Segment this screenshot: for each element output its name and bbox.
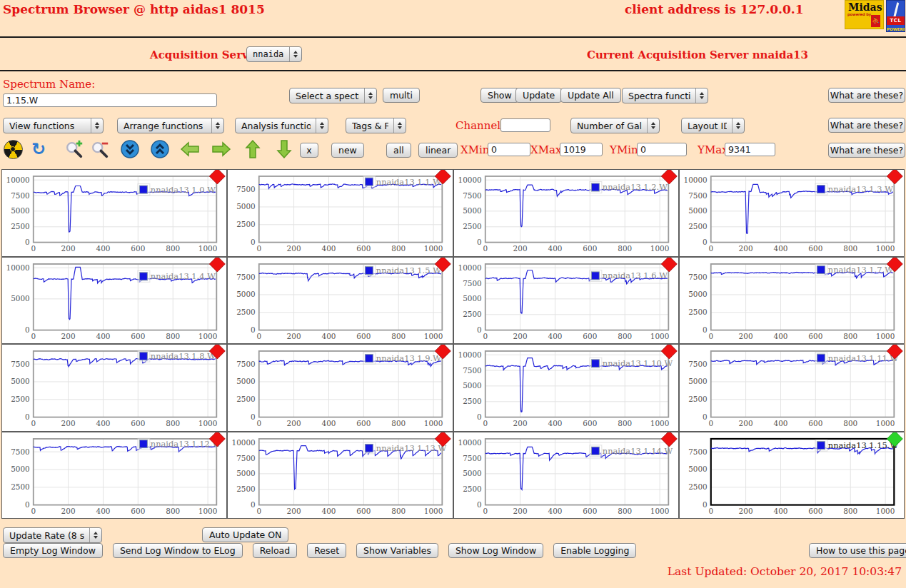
- log-button-show-variables[interactable]: Show Variables: [356, 543, 438, 558]
- multi-button[interactable]: multi: [383, 88, 420, 103]
- status-diamond[interactable]: [209, 258, 225, 272]
- refresh-icon[interactable]: ↻: [29, 139, 49, 159]
- what-are-these-button-1[interactable]: What are these?: [828, 88, 905, 103]
- select-a-spectrum-select[interactable]: Select a spectrum: [289, 88, 377, 103]
- radiation-icon[interactable]: [3, 139, 23, 159]
- xmax-input[interactable]: [560, 143, 603, 156]
- svg-text:400: 400: [773, 331, 787, 340]
- tags-fits-select[interactable]: Tags & Fits: [346, 118, 406, 133]
- x-button[interactable]: x: [300, 143, 318, 158]
- linear-button[interactable]: linear: [418, 143, 458, 158]
- arrange-functions-select[interactable]: Arrange functions: [117, 118, 224, 133]
- view-functions-select[interactable]: View functions: [3, 118, 104, 133]
- spectrum-cell-nnaida13-1.7.W[interactable]: 025005000750002004006008001000 nnaida13 …: [679, 257, 905, 345]
- spectrum-cell-nnaida13-1.3.W[interactable]: 02500500075001000002004006008001000 nnai…: [679, 169, 905, 257]
- svg-text:2500: 2500: [236, 308, 256, 316]
- legend-swatch: [591, 183, 599, 191]
- tags-fits-value: Tags & Fits: [352, 121, 388, 131]
- status-diamond[interactable]: [887, 170, 902, 184]
- all-button[interactable]: all: [386, 143, 411, 158]
- svg-text:2500: 2500: [688, 395, 708, 403]
- svg-text:0: 0: [31, 506, 36, 514]
- scroll-up-icon[interactable]: [150, 139, 170, 159]
- svg-text:600: 600: [357, 506, 371, 514]
- legend-swatch: [817, 441, 825, 449]
- status-diamond[interactable]: [661, 432, 677, 447]
- analysis-functions-select[interactable]: Analysis functions: [235, 118, 328, 133]
- log-button-enable-logging[interactable]: Enable Logging: [553, 543, 636, 558]
- status-diamond[interactable]: [661, 345, 677, 359]
- how-to-use-button[interactable]: How to use this page: [809, 543, 906, 558]
- spectrum-cell-nnaida13-1.9.W[interactable]: 025005000750002004006008001000 nnaida13 …: [227, 344, 453, 432]
- legend-swatch: [366, 355, 373, 363]
- spectra-functions-select[interactable]: Spectra functions: [622, 88, 708, 103]
- new-button[interactable]: new: [331, 143, 364, 158]
- spectrum-cell-nnaida13-1.10.W[interactable]: 02500500075001000002004006008001000 nnai…: [453, 344, 679, 432]
- spectrum-plot: 025005000750002004006008001000 nnaida13 …: [680, 258, 904, 344]
- spectrum-cell-nnaida13-1.2.W[interactable]: 02500500075001000002004006008001000 nnai…: [453, 169, 679, 257]
- svg-text:0: 0: [483, 506, 488, 514]
- layout-id-select[interactable]: Layout ID=7: [681, 118, 745, 133]
- spectrum-cell-nnaida13-1.6.W[interactable]: 02500500075001000002004006008001000 nnai…: [453, 257, 679, 345]
- select-spinner-icon: [91, 118, 103, 133]
- auto-update-button[interactable]: Auto Update ON: [202, 527, 288, 542]
- svg-text:0: 0: [25, 500, 30, 509]
- number-of-galleries-select[interactable]: Number of Galleries: [570, 118, 660, 133]
- acquisition-servers-select[interactable]: nnaida13: [246, 46, 302, 62]
- zoom-out-icon[interactable]: [90, 139, 110, 159]
- legend-label: nnaida13 1.3.W: [828, 184, 893, 194]
- legend-swatch: [139, 186, 147, 193]
- xmin-input[interactable]: [488, 143, 530, 156]
- legend-label: nnaida13 1.14.W: [602, 445, 673, 455]
- spectrum-cell-nnaida13-1.0.W[interactable]: 02500500075001000002004006008001000 nnai…: [1, 169, 227, 257]
- spectrum-cell-nnaida13-1.15.W[interactable]: 025005000750002004006008001000 nnaida13 …: [679, 432, 905, 519]
- legend-label: nnaida13 1.4.W: [151, 271, 216, 281]
- spectrum-cell-nnaida13-1.5.W[interactable]: 025005000750002004006008001000 nnaida13 …: [227, 257, 453, 345]
- show-button[interactable]: Show: [480, 88, 519, 103]
- status-diamond[interactable]: [209, 170, 225, 184]
- what-are-these-button-3[interactable]: What are these?: [828, 143, 905, 158]
- update-button[interactable]: Update: [515, 88, 562, 103]
- svg-text:1000: 1000: [424, 419, 443, 427]
- what-are-these-button-2[interactable]: What are these?: [828, 118, 905, 133]
- legend-label: nnaida13 1.8.W: [151, 351, 216, 361]
- select-spinner-icon: [647, 118, 659, 133]
- spectrum-cell-nnaida13-1.13.W[interactable]: 02500500075001000002004006008001000 nnai…: [227, 432, 453, 519]
- update-all-button[interactable]: Update All: [560, 88, 621, 103]
- status-diamond[interactable]: [661, 258, 677, 272]
- scroll-down-icon[interactable]: [120, 139, 140, 159]
- update-rate-select[interactable]: Update Rate (8 secs): [3, 527, 102, 543]
- arrow-up-icon[interactable]: [243, 139, 263, 159]
- zoom-in-icon[interactable]: [64, 139, 84, 159]
- arrow-down-icon[interactable]: [274, 139, 294, 159]
- log-button-reset[interactable]: Reset: [307, 543, 346, 558]
- svg-text:200: 200: [738, 506, 753, 514]
- channel-input[interactable]: [500, 118, 550, 132]
- spectrum-cell-nnaida13-1.12.W[interactable]: 025005000750002004006008001000 nnaida13 …: [1, 432, 227, 519]
- channel-label: Channel:: [455, 119, 504, 132]
- svg-text:400: 400: [548, 244, 562, 253]
- spectrum-cell-nnaida13-1.14.W[interactable]: 02500500075001000002004006008001000 nnai…: [453, 432, 679, 519]
- log-button-send-log-window-to-elog[interactable]: Send Log Window to ELog: [113, 543, 243, 558]
- spectrum-name-input[interactable]: [3, 93, 217, 107]
- ymax-input[interactable]: [725, 143, 775, 156]
- arrow-right-icon[interactable]: [211, 139, 231, 159]
- ymin-input[interactable]: [637, 143, 687, 156]
- legend-label: nnaida13 1.9.W: [376, 353, 441, 363]
- select-spinner-icon: [364, 88, 376, 103]
- svg-text:0: 0: [483, 331, 488, 340]
- svg-text:2500: 2500: [463, 310, 482, 318]
- spectrum-cell-nnaida13-1.1.W[interactable]: 025005000750002004006008001000 nnaida13 …: [227, 169, 453, 257]
- svg-text:2500: 2500: [688, 222, 708, 230]
- arrow-left-icon[interactable]: [180, 139, 200, 159]
- svg-text:2500: 2500: [688, 308, 708, 316]
- svg-text:800: 800: [166, 331, 180, 340]
- spectrum-cell-nnaida13-1.8.W[interactable]: 025005000750002004006008001000 nnaida13 …: [1, 344, 227, 432]
- legend-swatch: [591, 360, 599, 368]
- spectrum-cell-nnaida13-1.4.W[interactable]: 050001000002004006008001000 nnaida13 1.4…: [1, 257, 227, 345]
- log-button-reload[interactable]: Reload: [253, 543, 298, 558]
- spectrum-cell-nnaida13-1.11.W[interactable]: 025005000750002004006008001000 nnaida13 …: [679, 344, 905, 432]
- log-button-show-log-window[interactable]: Show Log Window: [448, 543, 543, 558]
- log-button-empty-log-window[interactable]: Empty Log Window: [3, 543, 103, 558]
- svg-text:2500: 2500: [11, 482, 30, 491]
